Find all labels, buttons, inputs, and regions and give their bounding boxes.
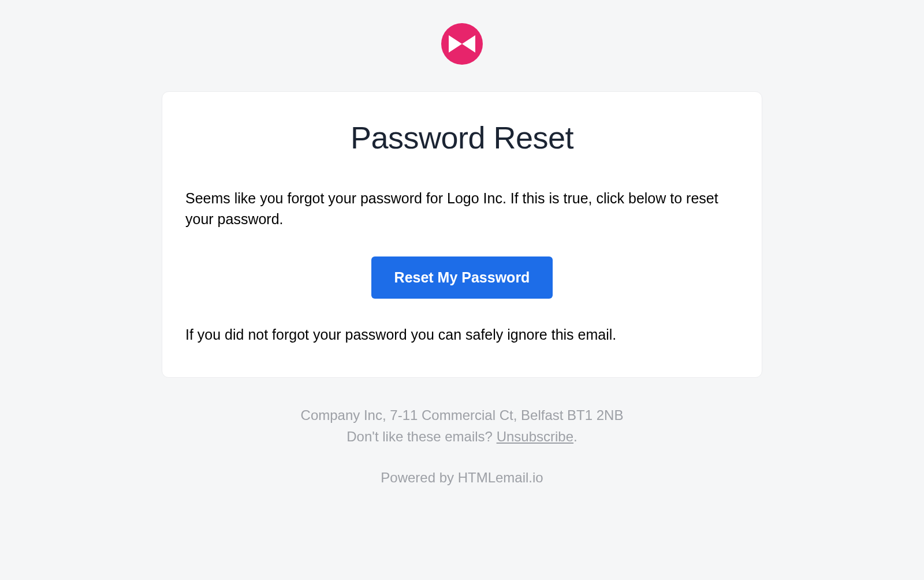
email-footer: Company Inc, 7-11 Commercial Ct, Belfast… — [162, 404, 762, 489]
ignore-text: If you did not forgot your password you … — [185, 324, 739, 345]
button-row: Reset My Password — [185, 256, 739, 299]
email-container: Password Reset Seems like you forgot you… — [162, 23, 762, 488]
unsubscribe-period: . — [573, 429, 578, 444]
brand-logo-icon — [441, 23, 483, 65]
logo-wrap — [162, 23, 762, 67]
reset-password-button[interactable]: Reset My Password — [371, 256, 553, 299]
email-card: Password Reset Seems like you forgot you… — [162, 91, 762, 378]
powered-by: Powered by HTMLemail.io — [162, 467, 762, 488]
footer-unsubscribe-line: Don't like these emails? Unsubscribe. — [162, 426, 762, 447]
footer-address: Company Inc, 7-11 Commercial Ct, Belfast… — [162, 404, 762, 426]
page-title: Password Reset — [185, 120, 739, 155]
unsubscribe-link[interactable]: Unsubscribe — [497, 429, 573, 444]
unsubscribe-prompt: Don't like these emails? — [346, 429, 496, 444]
intro-text: Seems like you forgot your password for … — [185, 188, 739, 230]
